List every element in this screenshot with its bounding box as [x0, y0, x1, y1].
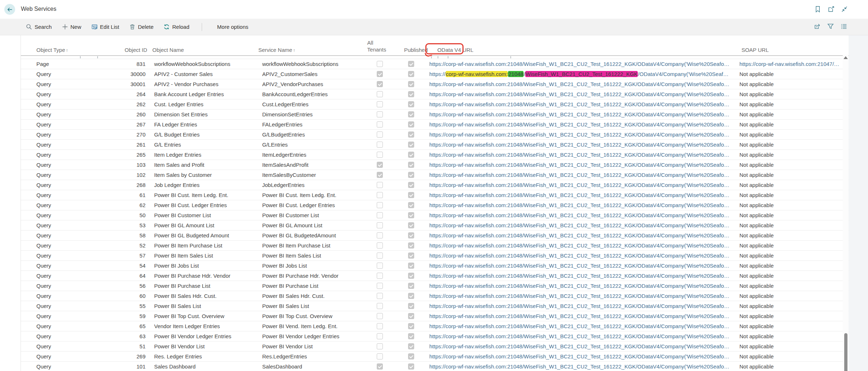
scroll-up-arrow[interactable] — [844, 56, 848, 59]
table-row[interactable]: Query53Power BI GL Amount ListPower BI G… — [21, 220, 849, 231]
edit-list-button[interactable]: Edit List — [91, 24, 119, 30]
reload-button[interactable]: Reload — [164, 24, 189, 30]
all-tenants-checkbox[interactable] — [377, 121, 383, 128]
column-header-all_tenants[interactable]: AllTenants — [358, 39, 398, 55]
odata-v4-url-link[interactable]: https://corp-wf-nav.wisefish.com:21048/W… — [429, 121, 731, 128]
all-tenants-checkbox[interactable] — [377, 353, 383, 359]
table-row[interactable]: Query260Dimension Set EntriesDimensionSe… — [21, 109, 849, 120]
published-checkbox[interactable] — [408, 212, 414, 218]
more-options-button[interactable]: More options — [217, 24, 249, 30]
scrollbar-thumb[interactable] — [844, 333, 847, 371]
soap-url-link[interactable]: https://corp-wf-nav.wisefish.com:21047/W… — [739, 61, 843, 67]
odata-v4-url-link[interactable]: https://corp-wf-nav.wisefish.com:21048/W… — [429, 303, 731, 309]
table-row[interactable]: Query264Bank Account Ledger EntriesBankA… — [21, 89, 849, 99]
odata-v4-url-link[interactable]: https://corp-wf-nav.wisefish.com:21048/W… — [429, 192, 731, 198]
column-header-object_id[interactable]: Object ID — [125, 47, 152, 55]
table-row[interactable]: Query30001APIV2 - Vendor PurchasesAPIV2_… — [21, 79, 849, 89]
odata-v4-url-link[interactable]: https://corp-wf-nav.wisefish.com:21048/W… — [429, 101, 731, 107]
table-row[interactable]: Query63Power BI Vendor Ledger EntriesPow… — [21, 331, 849, 341]
odata-v4-url-link[interactable]: https://corp-wf-nav.wisefish.com:21048/W… — [429, 283, 731, 289]
bookmark-icon[interactable] — [814, 6, 821, 13]
table-row[interactable]: Query270G/L Budget EntriesG/LBudgetEntri… — [21, 130, 849, 140]
table-row[interactable]: Query51Power BI Vendor ListPower BI Vend… — [21, 341, 849, 352]
all-tenants-checkbox[interactable] — [377, 91, 383, 97]
all-tenants-checkbox[interactable] — [377, 363, 383, 370]
column-header-service_name[interactable]: Service Name↑ — [258, 47, 358, 55]
vertical-scrollbar[interactable] — [843, 55, 849, 371]
table-row[interactable]: Query103Item Sales and ProfitItemSalesAn… — [21, 160, 849, 170]
published-checkbox[interactable] — [408, 152, 414, 158]
all-tenants-checkbox[interactable] — [377, 192, 383, 198]
odata-v4-url-link[interactable]: https://corp-wf-nav.wisefish.com:21048/W… — [429, 252, 731, 259]
all-tenants-checkbox[interactable] — [377, 172, 383, 178]
published-checkbox[interactable] — [408, 192, 414, 198]
filter-icon[interactable] — [827, 23, 834, 30]
published-checkbox[interactable] — [408, 202, 414, 208]
column-header-object_name[interactable]: Object Name — [152, 47, 258, 55]
published-checkbox[interactable] — [408, 343, 414, 349]
table-row[interactable]: Query54Power BI Jobs ListPower BI Jobs L… — [21, 261, 849, 271]
new-button[interactable]: New — [62, 24, 81, 30]
published-checkbox[interactable] — [408, 222, 414, 228]
table-row[interactable]: Page831workflowWebhookSubscriptionsworkf… — [21, 59, 849, 69]
table-row[interactable]: Query64Power BI Purchase Hdr. VendorPowe… — [21, 271, 849, 281]
odata-v4-url-link[interactable]: https://corp-wf-nav.wisefish.com:21048/W… — [429, 131, 731, 138]
published-checkbox[interactable] — [408, 303, 414, 309]
odata-v4-url-link[interactable]: https://corp-wf-nav.wisefish.com:21048/W… — [429, 263, 731, 269]
all-tenants-checkbox[interactable] — [377, 101, 383, 107]
odata-v4-url-link[interactable]: https://corp-wf-nav.wisefish.com:21048/W… — [429, 273, 731, 279]
choose-columns-icon[interactable] — [841, 23, 847, 30]
all-tenants-checkbox[interactable] — [377, 273, 383, 279]
odata-v4-url-link[interactable]: https://corp-wf-nav.wisefish.com:21048/W… — [429, 142, 731, 148]
odata-v4-url-link[interactable]: https://corp-wf-nav.wisefish.com:21048/W… — [429, 363, 731, 370]
table-row[interactable]: Query269Res. Ledger EntriesRes.LedgerEnt… — [21, 352, 849, 362]
published-checkbox[interactable] — [408, 142, 414, 148]
published-checkbox[interactable] — [408, 263, 414, 269]
published-checkbox[interactable] — [408, 101, 414, 107]
all-tenants-checkbox[interactable] — [377, 283, 383, 289]
search-button[interactable]: Search — [26, 24, 52, 30]
published-checkbox[interactable] — [408, 273, 414, 279]
published-checkbox[interactable] — [408, 232, 414, 238]
table-row[interactable]: Query50Power BI Customer ListPower BI Cu… — [21, 210, 849, 220]
odata-v4-url-link[interactable]: https://corp-wf-nav.wisefish.com:21048/W… — [429, 111, 731, 117]
open-in-new-window-icon[interactable] — [828, 6, 835, 13]
all-tenants-checkbox[interactable] — [377, 333, 383, 339]
odata-v4-url-link[interactable]: https://corp-wf-nav.wisefish.com:21048/W… — [429, 212, 731, 218]
published-checkbox[interactable] — [408, 293, 414, 299]
odata-v4-url-link[interactable]: https://corp-wf-nav.wisefish.com:21048/W… — [429, 343, 731, 349]
collapse-icon[interactable] — [841, 6, 848, 13]
all-tenants-checkbox[interactable] — [377, 61, 383, 67]
published-checkbox[interactable] — [408, 283, 414, 289]
all-tenants-checkbox[interactable] — [377, 252, 383, 259]
published-checkbox[interactable] — [408, 242, 414, 249]
all-tenants-checkbox[interactable] — [377, 152, 383, 158]
odata-v4-url-link[interactable]: https://corp-wf-nav.wisefish.com:21048/W… — [429, 71, 731, 77]
table-row[interactable]: Query62Power BI Cust. Ledger EntriesPowe… — [21, 200, 849, 210]
published-checkbox[interactable] — [408, 131, 414, 138]
column-header-odata_v4_url[interactable]: OData V4 URL — [434, 47, 737, 55]
odata-v4-url-link[interactable]: https://corp-wf-nav.wisefish.com:21048/W… — [429, 172, 731, 178]
all-tenants-checkbox[interactable] — [377, 142, 383, 148]
column-header-soap_url[interactable]: SOAP URL — [737, 47, 849, 55]
column-header-object_type[interactable]: Object Type↑ — [21, 47, 125, 55]
odata-v4-url-link[interactable]: https://corp-wf-nav.wisefish.com:21048/W… — [429, 162, 731, 168]
odata-v4-url-link[interactable]: https://corp-wf-nav.wisefish.com:21048/W… — [429, 313, 731, 319]
odata-v4-url-link[interactable]: https://corp-wf-nav.wisefish.com:21048/W… — [429, 293, 731, 299]
odata-v4-url-link[interactable]: https://corp-wf-nav.wisefish.com:21048/W… — [429, 232, 731, 238]
odata-v4-url-link[interactable]: https://corp-wf-nav.wisefish.com:21048/W… — [429, 202, 731, 208]
table-row[interactable]: Query265Item Ledger EntriesItemLedgerEnt… — [21, 150, 849, 160]
odata-v4-url-link[interactable]: https://corp-wf-nav.wisefish.com:21048/W… — [429, 242, 731, 249]
back-button[interactable] — [4, 4, 15, 15]
column-header-published[interactable]: Published — [398, 47, 434, 55]
all-tenants-checkbox[interactable] — [377, 212, 383, 218]
all-tenants-checkbox[interactable] — [377, 343, 383, 349]
all-tenants-checkbox[interactable] — [377, 303, 383, 309]
all-tenants-checkbox[interactable] — [377, 263, 383, 269]
table-row[interactable]: Query58Power BI GL Budgeted AmountPower … — [21, 231, 849, 241]
table-row[interactable]: Query267FA Ledger EntriesFALedgerEntries… — [21, 120, 849, 130]
published-checkbox[interactable] — [408, 121, 414, 128]
table-row[interactable]: Query262Cust. Ledger EntriesCust.LedgerE… — [21, 99, 849, 109]
table-row[interactable]: Query52Power BI Item Purchase ListPower … — [21, 241, 849, 251]
published-checkbox[interactable] — [408, 323, 414, 329]
